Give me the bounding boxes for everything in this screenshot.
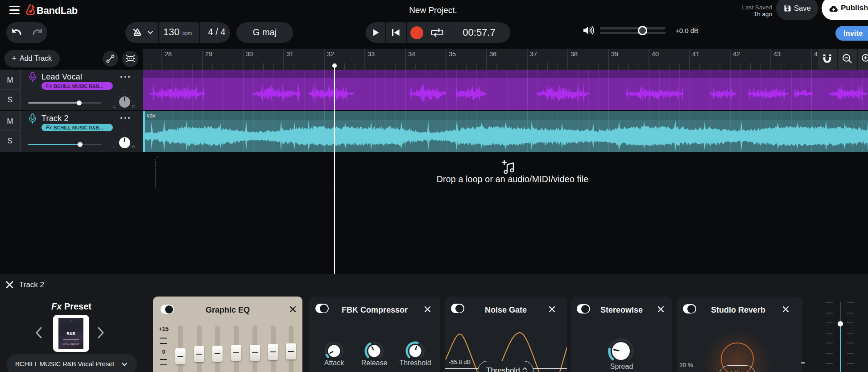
svg-text:41: 41 bbox=[692, 50, 699, 58]
svg-text:30: 30 bbox=[246, 50, 253, 58]
svg-text:34: 34 bbox=[408, 50, 415, 58]
svg-text:40: 40 bbox=[652, 50, 659, 58]
svg-text:31: 31 bbox=[286, 50, 293, 58]
svg-text:42: 42 bbox=[733, 50, 740, 58]
svg-text:36: 36 bbox=[489, 50, 496, 58]
svg-text:37: 37 bbox=[530, 50, 537, 58]
svg-text:43: 43 bbox=[773, 50, 781, 58]
svg-text:35: 35 bbox=[449, 50, 456, 58]
svg-text:33: 33 bbox=[368, 50, 375, 58]
svg-text:28: 28 bbox=[165, 50, 172, 58]
svg-text:39: 39 bbox=[611, 50, 618, 58]
svg-text:29: 29 bbox=[205, 50, 212, 58]
svg-text:32: 32 bbox=[327, 50, 334, 58]
svg-text:38: 38 bbox=[570, 50, 578, 58]
